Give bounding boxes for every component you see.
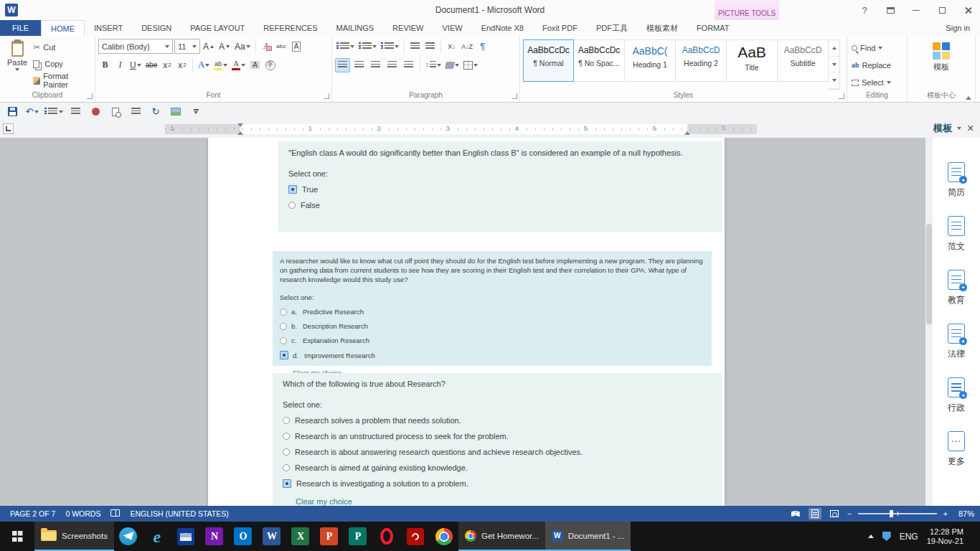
find-button[interactable]: Find	[850, 41, 892, 55]
save-button[interactable]	[4, 104, 20, 119]
zoom-slider-handle[interactable]	[890, 510, 893, 517]
character-border-button[interactable]: A	[290, 39, 303, 54]
show-marks-button[interactable]: ¶	[476, 39, 489, 54]
document-page[interactable]: "English class A would do significantly …	[208, 138, 725, 506]
font-size-combobox[interactable]: 11	[174, 39, 200, 54]
proofing-button[interactable]	[110, 509, 120, 518]
cut-button[interactable]: ✂Cut	[32, 40, 92, 55]
increase-indent-button[interactable]	[423, 39, 437, 54]
template-panel-dropdown-icon[interactable]	[957, 127, 961, 130]
tab-review[interactable]: REVIEW	[383, 20, 433, 36]
onenote-button[interactable]: N	[200, 522, 229, 551]
tab-format[interactable]: FORMAT	[687, 20, 739, 36]
tab-foxit-pdf[interactable]: Foxit PDF	[533, 20, 587, 36]
question-2-option-c[interactable]: c. Explanation Research	[280, 336, 705, 344]
sidebar-item-more[interactable]: ··· 更多	[948, 431, 965, 468]
tab-endnote[interactable]: EndNote X8	[472, 20, 533, 36]
ribbon-display-options-button[interactable]	[881, 2, 900, 18]
question-2-option-a[interactable]: a. Predictive Research	[280, 308, 705, 316]
zoom-slider[interactable]	[858, 513, 937, 514]
radio-selected-icon[interactable]	[288, 185, 297, 194]
word-button[interactable]: W	[258, 522, 286, 551]
chrome-window-button[interactable]: Get Homewor...	[458, 522, 545, 551]
right-indent-marker[interactable]	[684, 131, 690, 135]
collapse-ribbon-icon[interactable]	[966, 96, 971, 100]
line-spacing-button[interactable]: ↕	[424, 58, 443, 72]
outlook-button[interactable]: O	[229, 522, 258, 551]
font-dialog-launcher[interactable]	[324, 93, 329, 99]
align-right-button[interactable]	[368, 58, 383, 72]
web-layout-button[interactable]	[828, 508, 841, 519]
sidebar-item-sample-essay[interactable]: 范文	[948, 216, 965, 253]
style-subtitle[interactable]: AaBbCcD Subtitle	[778, 39, 829, 82]
seal-button[interactable]	[88, 104, 103, 119]
telegram-button[interactable]	[114, 522, 143, 551]
customize-qat-button[interactable]	[188, 104, 204, 119]
acrobat-button[interactable]	[401, 522, 430, 551]
print-layout-button[interactable]	[809, 508, 821, 519]
radio-icon[interactable]	[283, 448, 290, 456]
tab-pdf-tools[interactable]: PDF工具	[587, 20, 637, 36]
clear-formatting-button[interactable]: A	[260, 39, 273, 54]
align-center-button[interactable]	[352, 58, 367, 72]
explorer-window-button[interactable]: Screenshots	[34, 522, 114, 551]
radio-icon[interactable]	[283, 433, 290, 440]
tab-home[interactable]: HOME	[41, 20, 85, 36]
numbering-quick-button[interactable]	[44, 104, 63, 119]
asian-layout-button[interactable]: X↓	[445, 39, 458, 54]
sidebar-item-education[interactable]: ✦ 教育	[948, 270, 965, 306]
paste-button[interactable]: Paste	[3, 38, 32, 90]
radio-icon[interactable]	[280, 309, 287, 316]
justify-button[interactable]	[385, 58, 400, 72]
question-2-option-b[interactable]: b. Description Research	[280, 322, 705, 330]
word-count[interactable]: 0 WORDS	[65, 509, 100, 518]
refresh-button[interactable]: ↻	[148, 104, 164, 119]
underline-button[interactable]: U	[128, 58, 143, 72]
text-effects-button[interactable]: A	[197, 58, 211, 72]
outline-view-button[interactable]	[128, 104, 143, 119]
language-indicator[interactable]: ENGLISH (UNITED STATES)	[130, 509, 228, 518]
clock[interactable]: 12:28 PM 19-Nov-21	[927, 527, 963, 546]
insert-picture-button[interactable]	[168, 104, 184, 119]
question-3-clear-choice-link[interactable]: Clear my choice	[296, 497, 352, 506]
minimize-button[interactable]	[907, 2, 925, 18]
copy-button[interactable]: Copy	[32, 57, 92, 71]
tab-mailings[interactable]: MAILINGS	[327, 20, 384, 36]
question-3-option-3[interactable]: Research is about answering research que…	[283, 448, 712, 456]
question-3-option-5[interactable]: Research is investigating a solution to …	[283, 479, 712, 488]
paragraph-dialog-launcher[interactable]	[512, 93, 517, 99]
powerpoint-button[interactable]: P	[315, 522, 344, 551]
grow-font-button[interactable]: A▲	[202, 39, 216, 54]
start-button[interactable]	[0, 522, 34, 551]
style-no-spacing[interactable]: AaBbCcDc ¶ No Spac...	[574, 39, 625, 82]
character-shading-button[interactable]: A	[248, 58, 262, 72]
multilevel-list-button[interactable]	[380, 39, 400, 54]
replace-button[interactable]: abReplace	[850, 58, 892, 72]
template-button[interactable]: 模板	[910, 38, 972, 90]
tab-design[interactable]: DESIGN	[132, 20, 181, 36]
bold-button[interactable]: B	[98, 58, 112, 72]
print-preview-button[interactable]	[108, 104, 123, 119]
borders-button[interactable]	[462, 58, 479, 72]
format-painter-button[interactable]: Format Painter	[32, 73, 92, 88]
excel-button[interactable]: X	[286, 522, 315, 551]
styles-scroll-down-button[interactable]	[829, 57, 839, 73]
bullets-button[interactable]	[335, 39, 356, 54]
clipboard-dialog-launcher[interactable]	[87, 93, 93, 99]
tab-template-material[interactable]: 模板素材	[637, 20, 687, 36]
tab-page-layout[interactable]: PAGE LAYOUT	[181, 20, 254, 36]
template-panel-close-button[interactable]	[966, 123, 974, 134]
radio-icon[interactable]	[283, 417, 290, 424]
shading-button[interactable]	[444, 58, 461, 72]
undo-button[interactable]: ↶	[24, 104, 40, 119]
question-2-option-d[interactable]: d. Improvement Research	[280, 351, 705, 359]
zoom-percentage[interactable]: 87%	[954, 509, 974, 518]
help-button[interactable]: ?	[855, 2, 874, 18]
radio-icon[interactable]	[280, 337, 287, 344]
vertical-scrollbar[interactable]	[925, 138, 933, 506]
italic-button[interactable]: I	[113, 58, 127, 72]
styles-dialog-launcher[interactable]	[839, 93, 844, 99]
sidebar-item-resume[interactable]: ● 简历	[948, 162, 965, 199]
tab-stop-selector[interactable]	[3, 123, 14, 134]
mail-button[interactable]	[171, 522, 200, 551]
